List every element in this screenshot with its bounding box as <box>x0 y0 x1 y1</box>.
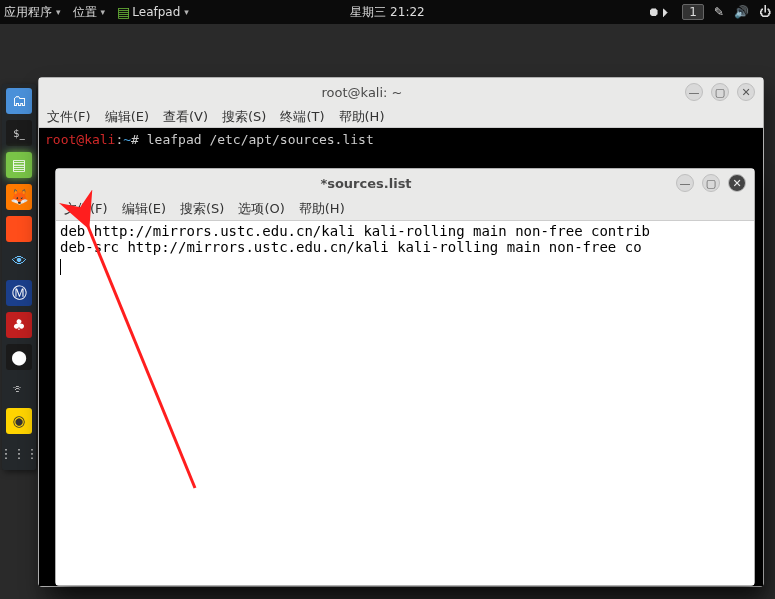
text-cursor <box>60 259 61 275</box>
terminal-menubar: 文件(F) 编辑(E) 查看(V) 搜索(S) 终端(T) 帮助(H) <box>39 106 763 128</box>
places-label: 位置 <box>73 4 97 21</box>
apps-menu[interactable]: 应用程序 ▾ <box>4 4 61 21</box>
active-app-label: Leafpad <box>132 5 180 19</box>
maximize-button[interactable]: ▢ <box>711 83 729 101</box>
terminal-menu-file[interactable]: 文件(F) <box>47 108 91 126</box>
clock-text: 星期三 21:22 <box>350 5 424 19</box>
close-button[interactable]: ✕ <box>728 174 746 192</box>
eyedropper-icon[interactable]: ✎ <box>714 5 724 19</box>
minimize-button[interactable]: — <box>676 174 694 192</box>
terminal-menu-edit[interactable]: 编辑(E) <box>105 108 149 126</box>
terminal-menu-terminal[interactable]: 终端(T) <box>280 108 324 126</box>
leafpad-menu-edit[interactable]: 编辑(E) <box>122 200 166 218</box>
recorder-icon[interactable]: ⏺⏵ <box>648 5 672 19</box>
dock-wifi-icon[interactable]: ᯤ <box>6 376 32 402</box>
prompt-path: ~ <box>123 132 131 147</box>
leafpad-text-area[interactable]: deb http://mirrors.ustc.edu.cn/kali kali… <box>56 221 754 585</box>
terminal-titlebar[interactable]: root@kali: ~ — ▢ ✕ <box>39 78 763 106</box>
text-line: deb-src http://mirrors.ustc.edu.cn/kali … <box>60 239 642 255</box>
chevron-down-icon: ▾ <box>184 7 189 17</box>
close-button[interactable]: ✕ <box>737 83 755 101</box>
maximize-button[interactable]: ▢ <box>702 174 720 192</box>
text-line: deb http://mirrors.ustc.edu.cn/kali kali… <box>60 223 650 239</box>
places-menu[interactable]: 位置 ▾ <box>73 4 106 21</box>
dock-metasploit-icon[interactable]: Ⓜ <box>6 280 32 306</box>
terminal-menu-search[interactable]: 搜索(S) <box>222 108 266 126</box>
leafpad-titlebar[interactable]: *sources.list — ▢ ✕ <box>56 169 754 197</box>
terminal-title: root@kali: ~ <box>39 85 685 100</box>
dock-firefox-icon[interactable]: 🦊 <box>6 184 32 210</box>
leafpad-title: *sources.list <box>56 176 676 191</box>
leafpad-menu-file[interactable]: 文件(F) <box>64 200 108 218</box>
workspace-badge[interactable]: 1 <box>682 4 704 20</box>
dock: 🗂 $_ ▤ 🦊 ゟ 👁 Ⓜ ♣ ⬤ ᯤ ◉ ⋮⋮⋮ <box>2 84 36 470</box>
dock-apps-grid-icon[interactable]: ⋮⋮⋮ <box>6 440 32 466</box>
desktop: 🗂 $_ ▤ 🦊 ゟ 👁 Ⓜ ♣ ⬤ ᯤ ◉ ⋮⋮⋮ root@kali: ~ … <box>0 24 775 599</box>
dock-record-icon[interactable]: ⬤ <box>6 344 32 370</box>
active-app-menu[interactable]: ▤ Leafpad ▾ <box>117 4 189 20</box>
dock-files-icon[interactable]: 🗂 <box>6 88 32 114</box>
chevron-down-icon: ▾ <box>101 7 106 17</box>
top-panel: 应用程序 ▾ 位置 ▾ ▤ Leafpad ▾ 星期三 21:22 ⏺⏵ 1 ✎… <box>0 0 775 24</box>
chevron-down-icon: ▾ <box>56 7 61 17</box>
leafpad-menubar: 文件(F) 编辑(E) 搜索(S) 选项(O) 帮助(H) <box>56 197 754 221</box>
power-icon[interactable]: ⏻ <box>759 5 771 19</box>
terminal-menu-help[interactable]: 帮助(H) <box>339 108 385 126</box>
terminal-menu-view[interactable]: 查看(V) <box>163 108 208 126</box>
dock-cherrytree-icon[interactable]: ♣ <box>6 312 32 338</box>
terminal-command: leafpad /etc/apt/sources.list <box>147 132 374 147</box>
apps-label: 应用程序 <box>4 4 52 21</box>
clock[interactable]: 星期三 21:22 <box>350 4 424 21</box>
prompt-hash: # <box>131 132 139 147</box>
prompt-user: root@kali <box>45 132 115 147</box>
dock-idea-icon[interactable]: ◉ <box>6 408 32 434</box>
leafpad-menu-help[interactable]: 帮助(H) <box>299 200 345 218</box>
dock-eye-icon[interactable]: 👁 <box>6 248 32 274</box>
dock-leafpad-icon[interactable]: ▤ <box>6 152 32 178</box>
minimize-button[interactable]: — <box>685 83 703 101</box>
volume-icon[interactable]: 🔊 <box>734 5 749 19</box>
dock-terminal-icon[interactable]: $_ <box>6 120 32 146</box>
leafpad-window: *sources.list — ▢ ✕ 文件(F) 编辑(E) 搜索(S) 选项… <box>55 168 755 586</box>
leafpad-menu-search[interactable]: 搜索(S) <box>180 200 224 218</box>
leafpad-icon: ▤ <box>117 4 130 20</box>
leafpad-menu-options[interactable]: 选项(O) <box>238 200 284 218</box>
dock-burp-icon[interactable]: ゟ <box>6 216 32 242</box>
